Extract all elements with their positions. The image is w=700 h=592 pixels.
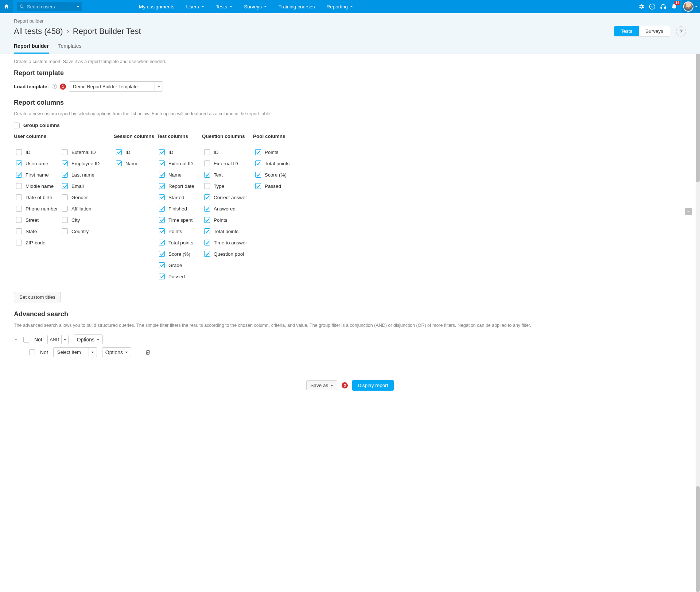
session-column-checkbox[interactable] (116, 149, 122, 155)
not-label: Not (40, 349, 48, 355)
user-column-checkbox[interactable] (16, 160, 22, 166)
user-column-checkbox[interactable] (62, 183, 68, 189)
not-checkbox-group[interactable] (23, 337, 29, 343)
logic-select-button[interactable] (61, 335, 68, 344)
not-checkbox-item[interactable] (29, 349, 35, 355)
template-select[interactable]: Demo Report Builder Template (69, 81, 163, 92)
user-column-checkbox[interactable] (16, 172, 22, 178)
toggle-tests[interactable]: Tests (614, 26, 639, 36)
filter-item-row: Not Select Item Options (29, 347, 686, 357)
scroll-to-top-button[interactable] (685, 208, 692, 215)
user-column-checkbox[interactable] (16, 183, 22, 189)
group-options-button[interactable]: Options (74, 334, 103, 344)
pool-column-checkbox[interactable] (255, 160, 261, 166)
search-input[interactable] (17, 2, 74, 11)
user-column-checkbox[interactable] (62, 160, 68, 166)
set-custom-titles-button[interactable]: Set custom titles (14, 292, 61, 302)
search-dropdown-button[interactable] (74, 2, 82, 11)
collapse-toggle[interactable] (14, 337, 18, 342)
question-column-checkbox[interactable] (204, 194, 210, 200)
test-column-checkbox[interactable] (159, 274, 165, 279)
user-column-checkbox[interactable] (16, 228, 22, 234)
question-column-checkbox[interactable] (204, 228, 210, 234)
session-column-label: ID (125, 150, 131, 155)
user-column-checkbox[interactable] (62, 217, 68, 223)
logic-select[interactable]: AND (47, 335, 69, 344)
user-column-item: Employee ID (60, 158, 106, 169)
help-button[interactable]: ? (647, 0, 658, 13)
test-column-checkbox[interactable] (159, 160, 165, 166)
chevron-down-icon (264, 6, 267, 7)
chevron-up-icon (687, 210, 690, 213)
nav-users[interactable]: Users (180, 0, 210, 13)
user-column-checkbox[interactable] (62, 206, 68, 212)
template-select-button[interactable] (155, 82, 163, 91)
pool-column-checkbox[interactable] (255, 172, 261, 178)
test-column-checkbox[interactable] (159, 149, 165, 155)
delete-filter-button[interactable] (145, 349, 151, 355)
item-options-button[interactable]: Options (102, 347, 131, 357)
question-column-checkbox[interactable] (204, 206, 210, 212)
display-report-button[interactable]: Display report (352, 380, 393, 391)
test-column-checkbox[interactable] (159, 194, 165, 200)
toggle-surveys[interactable]: Surveys (639, 26, 670, 36)
test-column-checkbox[interactable] (159, 228, 165, 234)
save-as-button[interactable]: Save as (306, 380, 337, 390)
nav-surveys[interactable]: Surveys (238, 0, 273, 13)
session-column-checkbox[interactable] (116, 160, 122, 166)
page-help-button[interactable]: ? (676, 26, 686, 36)
user-column-checkbox[interactable] (62, 194, 68, 200)
session-column-label: Name (125, 161, 139, 166)
question-column-checkbox[interactable] (204, 240, 210, 245)
question-column-checkbox[interactable] (204, 172, 210, 178)
test-column-checkbox[interactable] (159, 172, 165, 178)
user-column-item: Street (14, 214, 60, 226)
pool-column-checkbox[interactable] (255, 149, 261, 155)
settings-button[interactable] (636, 0, 647, 13)
test-column-checkbox[interactable] (159, 251, 165, 257)
info-icon[interactable]: ? (52, 84, 57, 89)
support-button[interactable] (658, 0, 669, 13)
user-column-checkbox[interactable] (16, 240, 22, 245)
title-all-tests[interactable]: All tests (458) (14, 27, 63, 36)
user-column-checkbox[interactable] (16, 206, 22, 212)
nav-tests[interactable]: Tests (210, 0, 238, 13)
question-column-checkbox[interactable] (204, 217, 210, 223)
test-column-checkbox[interactable] (159, 262, 165, 268)
test-column-item: Passed (157, 271, 202, 282)
tab-report-builder[interactable]: Report builder (14, 43, 49, 54)
tab-templates[interactable]: Templates (58, 43, 82, 54)
user-column-checkbox[interactable] (16, 149, 22, 155)
user-column-checkbox[interactable] (62, 172, 68, 178)
question-column-checkbox[interactable] (204, 251, 210, 257)
question-column-label: Question pool (214, 251, 244, 257)
home-button[interactable] (0, 0, 13, 13)
notifications-button[interactable]: 14 (669, 0, 680, 13)
session-columns-title: Session columns (114, 134, 157, 142)
chevron-down-icon (91, 352, 94, 353)
group-columns-checkbox[interactable] (14, 123, 20, 128)
scrollbar-track[interactable] (696, 0, 700, 402)
user-column-checkbox[interactable] (62, 228, 68, 234)
test-column-checkbox[interactable] (159, 217, 165, 223)
user-menu[interactable] (682, 0, 700, 13)
nav-training-courses[interactable]: Training courses (273, 0, 320, 13)
question-column-checkbox[interactable] (204, 149, 210, 155)
test-column-checkbox[interactable] (159, 183, 165, 189)
user-column-checkbox[interactable] (62, 149, 68, 155)
trash-icon (145, 349, 151, 355)
filter-field-button[interactable] (89, 348, 97, 357)
nav-reporting[interactable]: Reporting (320, 0, 359, 13)
user-column-label: ZIP-code (26, 240, 46, 245)
nav-my-assignments[interactable]: My assignments (133, 0, 180, 13)
filter-field-select[interactable]: Select Item (53, 347, 97, 357)
user-column-checkbox[interactable] (16, 217, 22, 223)
step-badge-1: 1 (60, 84, 66, 90)
test-column-checkbox[interactable] (159, 206, 165, 212)
user-column-checkbox[interactable] (16, 194, 22, 200)
test-column-checkbox[interactable] (159, 240, 165, 245)
gear-icon (638, 3, 645, 10)
question-column-checkbox[interactable] (204, 160, 210, 166)
question-column-checkbox[interactable] (204, 183, 210, 189)
pool-column-checkbox[interactable] (255, 183, 261, 189)
